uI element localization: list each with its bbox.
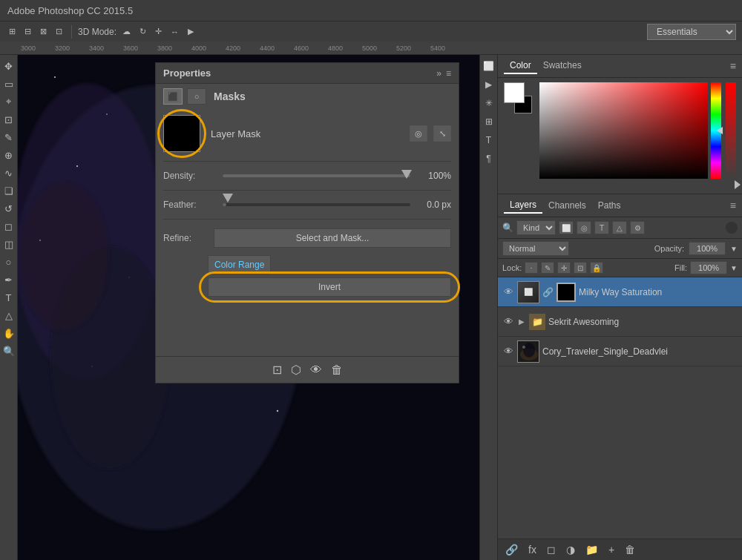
- opacity-expand[interactable]: ▼: [730, 245, 738, 253]
- ruler-mark: 3800: [157, 45, 172, 52]
- toolbar-icon-3[interactable]: ⊠: [37, 25, 50, 38]
- delete-mask-btn[interactable]: 🗑: [331, 363, 343, 377]
- color-content: [498, 78, 742, 183]
- alpha-strip[interactable]: [726, 82, 736, 179]
- 3d-icon-1[interactable]: ☁: [119, 25, 134, 38]
- lock-position[interactable]: ✛: [557, 262, 571, 274]
- mask-icon-resize[interactable]: ⤡: [433, 125, 451, 142]
- shape-tool[interactable]: △: [1, 307, 17, 323]
- 3d-icon-2[interactable]: ↻: [137, 25, 149, 38]
- feather-slider[interactable]: [223, 198, 410, 211]
- panel-icon-1[interactable]: ⬜: [481, 58, 497, 74]
- lock-artboard[interactable]: ⊡: [574, 262, 587, 274]
- color-panel-menu[interactable]: ≡: [730, 60, 736, 72]
- lock-all[interactable]: 🔒: [590, 262, 603, 274]
- filter-pixel[interactable]: ⬜: [559, 221, 574, 234]
- paths-tab[interactable]: Paths: [592, 198, 627, 213]
- density-slider[interactable]: [223, 169, 410, 182]
- fill-value[interactable]: 100%: [690, 261, 727, 274]
- select-tool[interactable]: ▭: [1, 76, 17, 92]
- toolbar-icon-4[interactable]: ⊡: [53, 25, 65, 38]
- filter-smart[interactable]: ⚙: [630, 221, 645, 234]
- toolbar-icon-1[interactable]: ⊞: [6, 25, 19, 38]
- dodge-tool[interactable]: ○: [1, 254, 17, 270]
- filter-shape[interactable]: △: [612, 221, 627, 234]
- panel-icon-5[interactable]: T: [481, 132, 497, 148]
- properties-tab-mask[interactable]: ○: [187, 88, 206, 105]
- layer-new-btn[interactable]: +: [605, 542, 617, 557]
- layers-panel-menu[interactable]: ≡: [730, 200, 736, 211]
- layers-tab[interactable]: Layers: [504, 197, 542, 214]
- panel-icon-2[interactable]: ▶: [481, 76, 497, 93]
- lock-pixels[interactable]: ✎: [541, 262, 554, 274]
- panel-icon-3[interactable]: ✳: [481, 95, 497, 111]
- toolbar-sep-1: [71, 25, 72, 39]
- kind-select[interactable]: Kind: [516, 220, 556, 235]
- filter-adjustment[interactable]: ◎: [577, 221, 591, 234]
- ruler-mark: 4200: [226, 45, 240, 52]
- foreground-color[interactable]: [504, 82, 525, 103]
- filter-toggle[interactable]: [726, 222, 738, 234]
- select-mask-button[interactable]: Select and Mask...: [214, 228, 451, 248]
- history-tool[interactable]: ↺: [1, 200, 17, 217]
- layers-bottom-toolbar: 🔗 fx ◻ ◑ 📁 + 🗑: [498, 538, 742, 560]
- properties-menu-icon[interactable]: ≡: [446, 68, 451, 79]
- workspace-select[interactable]: Essentials: [647, 24, 736, 40]
- layer-fx-btn[interactable]: fx: [525, 542, 539, 557]
- layer-folder-btn[interactable]: 📁: [582, 542, 601, 557]
- eraser-tool[interactable]: ◻: [1, 218, 17, 234]
- svg-point-22: [523, 343, 535, 358]
- 3d-icon-3[interactable]: ✛: [152, 25, 165, 38]
- layer-mask-btn[interactable]: ◻: [544, 542, 559, 557]
- filter-type[interactable]: T: [594, 221, 609, 234]
- layer-vis-2[interactable]: 👁: [502, 316, 514, 328]
- selection-from-mask-btn[interactable]: ⊡: [272, 363, 282, 377]
- layer-delete-btn[interactable]: 🗑: [622, 542, 638, 557]
- layer-vis-1[interactable]: 👁: [502, 286, 514, 298]
- layer-mask-label: Layer Mask: [211, 128, 260, 139]
- toolbar-icon-2[interactable]: ⊟: [22, 25, 34, 38]
- eyedropper-tool[interactable]: ✎: [1, 129, 17, 145]
- swatches-tab[interactable]: Swatches: [537, 58, 588, 74]
- brush-tool[interactable]: ∿: [1, 165, 17, 181]
- 3d-icon-5[interactable]: ▶: [185, 25, 197, 38]
- layer-vis-3[interactable]: 👁: [502, 346, 514, 358]
- heal-tool[interactable]: ⊕: [1, 147, 17, 163]
- layer-link-btn[interactable]: 🔗: [502, 542, 521, 557]
- lasso-tool[interactable]: ⌖: [1, 93, 17, 110]
- fill-expand[interactable]: ▼: [730, 264, 738, 272]
- view-mask-btn[interactable]: 👁: [310, 363, 322, 377]
- properties-collapse-icon[interactable]: »: [436, 68, 441, 79]
- mask-icon-apply[interactable]: ◎: [410, 125, 427, 142]
- gradient-tool[interactable]: ◫: [1, 236, 17, 252]
- layer-expand-2[interactable]: ▶: [517, 317, 526, 326]
- properties-tab-pixel[interactable]: ⬛: [163, 88, 183, 105]
- color-tab[interactable]: Color: [504, 58, 537, 74]
- 3d-mode-label: 3D Mode:: [78, 27, 116, 37]
- text-tool[interactable]: T: [1, 289, 17, 306]
- apply-mask-btn[interactable]: ⬡: [291, 363, 301, 377]
- color-range-button[interactable]: Color Range: [208, 255, 271, 274]
- panel-icon-6[interactable]: ¶: [481, 151, 497, 167]
- lock-transparent[interactable]: ⬞: [525, 262, 538, 274]
- pen-tool[interactable]: ✒: [1, 271, 17, 288]
- color-gradient-picker[interactable]: [539, 82, 708, 179]
- layer-adjustment-btn[interactable]: ◑: [563, 542, 578, 557]
- layer-item[interactable]: 👁 Cory_Traveler_Single_Deadvlei: [498, 337, 742, 366]
- zoom-tool[interactable]: 🔍: [1, 343, 17, 359]
- channels-tab[interactable]: Channels: [542, 198, 592, 213]
- feather-row: Feather: 0.0 px: [156, 194, 459, 216]
- blend-mode-select[interactable]: Normal: [502, 241, 569, 256]
- move-tool[interactable]: ✥: [1, 58, 17, 74]
- feather-fill: [223, 203, 226, 206]
- 3d-icon-4[interactable]: ↔: [168, 26, 182, 38]
- hand-tool[interactable]: ✋: [1, 325, 17, 341]
- layer-item[interactable]: 👁 ⬜ 🔗 Milky Way Saturation: [498, 277, 742, 307]
- stamp-tool[interactable]: ❏: [1, 182, 17, 199]
- layer-item[interactable]: 👁 ▶ 📁 Sekrit Awesoming: [498, 307, 742, 337]
- opacity-value[interactable]: 100%: [689, 242, 726, 255]
- invert-button[interactable]: Invert: [208, 277, 451, 297]
- crop-tool[interactable]: ⊡: [1, 111, 17, 128]
- panel-icon-4[interactable]: ⊞: [481, 113, 497, 130]
- layer-mask-thumbnail: [163, 115, 200, 152]
